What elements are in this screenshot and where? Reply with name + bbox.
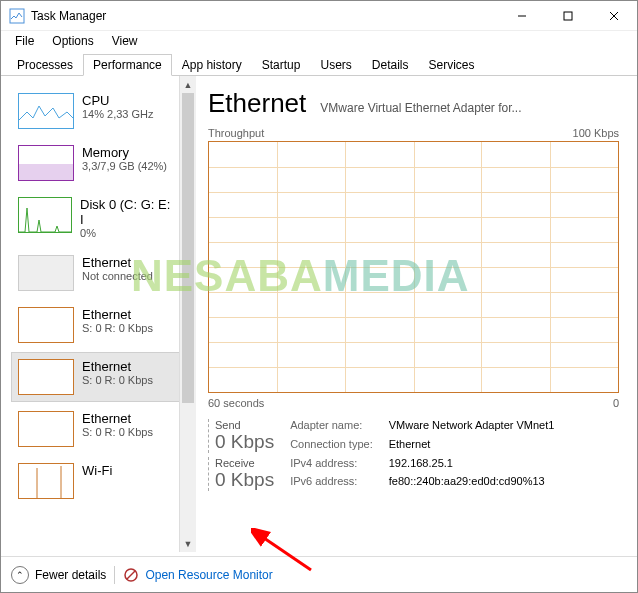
svg-rect-2 — [564, 12, 572, 20]
close-button[interactable] — [591, 1, 637, 31]
sidebar-item-cpu[interactable]: CPU14% 2,33 GHz — [11, 86, 181, 136]
resource-monitor-icon — [123, 567, 139, 583]
receive-label: Receive — [215, 457, 274, 469]
ethernet-graph-icon — [18, 411, 74, 447]
sidebar-item-sub: 3,3/7,9 GB (42%) — [82, 160, 167, 172]
scroll-thumb[interactable] — [182, 93, 194, 403]
memory-graph-icon — [18, 145, 74, 181]
fewer-details-button[interactable]: ⌃ Fewer details — [11, 566, 106, 584]
tabs: Processes Performance App history Startu… — [1, 53, 637, 76]
titlebar: Task Manager — [1, 1, 637, 31]
menu-view[interactable]: View — [104, 33, 146, 49]
send-label: Send — [215, 419, 274, 431]
tab-processes[interactable]: Processes — [7, 54, 83, 76]
task-manager-icon — [9, 8, 25, 24]
open-resource-monitor-label: Open Resource Monitor — [145, 568, 272, 582]
window-title: Task Manager — [31, 9, 499, 23]
sidebar-item-sub: S: 0 R: 0 Kbps — [82, 426, 153, 438]
page-title: Ethernet — [208, 88, 306, 119]
sidebar-item-memory[interactable]: Memory3,3/7,9 GB (42%) — [11, 138, 181, 188]
sidebar-item-label: Ethernet — [82, 411, 153, 426]
sidebar-item-sub: 0% — [80, 227, 174, 239]
tab-services[interactable]: Services — [419, 54, 485, 76]
tab-details[interactable]: Details — [362, 54, 419, 76]
tab-app-history[interactable]: App history — [172, 54, 252, 76]
footer: ⌃ Fewer details Open Resource Monitor — [1, 556, 637, 592]
tab-users[interactable]: Users — [310, 54, 361, 76]
ipv4-key: IPv4 address: — [290, 457, 373, 473]
sidebar-item-sub: S: 0 R: 0 Kbps — [82, 374, 153, 386]
sidebar-item-label: Wi-Fi — [82, 463, 112, 478]
sidebar-item-ethernet-nc[interactable]: EthernetNot connected — [11, 248, 181, 298]
minimize-button[interactable] — [499, 1, 545, 31]
svg-line-8 — [127, 571, 135, 579]
sidebar: CPU14% 2,33 GHz Memory3,3/7,9 GB (42%) D… — [1, 76, 196, 552]
sidebar-item-label: CPU — [82, 93, 154, 108]
chevron-up-icon: ⌃ — [11, 566, 29, 584]
ipv6-value: fe80::240b:aa29:ed0d:cd90%13 — [389, 475, 555, 491]
adapter-name-value: VMware Network Adapter VMnet1 — [389, 419, 555, 435]
throughput-chart — [208, 141, 619, 393]
ipv6-key: IPv6 address: — [290, 475, 373, 491]
adapter-name-key: Adapter name: — [290, 419, 373, 435]
sidebar-item-ethernet-2[interactable]: EthernetS: 0 R: 0 Kbps — [11, 352, 181, 402]
sidebar-list: CPU14% 2,33 GHz Memory3,3/7,9 GB (42%) D… — [11, 86, 181, 506]
footer-separator — [114, 566, 115, 584]
sidebar-item-ethernet-1[interactable]: EthernetS: 0 R: 0 Kbps — [11, 300, 181, 350]
sidebar-item-label: Ethernet — [82, 307, 153, 322]
window-controls — [499, 1, 637, 31]
ipv4-value: 192.168.25.1 — [389, 457, 555, 473]
tab-startup[interactable]: Startup — [252, 54, 311, 76]
ethernet-graph-icon — [18, 307, 74, 343]
sidebar-item-sub: 14% 2,33 GHz — [82, 108, 154, 120]
disk-graph-icon — [18, 197, 72, 233]
cpu-graph-icon — [18, 93, 74, 129]
chart-top-right-label: 100 Kbps — [573, 127, 619, 139]
sidebar-item-sub: Not connected — [82, 270, 153, 282]
fewer-details-label: Fewer details — [35, 568, 106, 582]
maximize-button[interactable] — [545, 1, 591, 31]
chart-bottom-left-label: 60 seconds — [208, 397, 264, 409]
sidebar-item-label: Memory — [82, 145, 167, 160]
scroll-down-icon[interactable]: ▼ — [180, 535, 196, 552]
sidebar-item-label: Disk 0 (C: G: E: I — [80, 197, 174, 227]
sidebar-item-disk[interactable]: Disk 0 (C: G: E: I0% — [11, 190, 181, 246]
connection-type-value: Ethernet — [389, 438, 555, 454]
menu-file[interactable]: File — [7, 33, 42, 49]
ethernet-graph-icon — [18, 255, 74, 291]
chart-grid — [209, 142, 618, 392]
content: CPU14% 2,33 GHz Memory3,3/7,9 GB (42%) D… — [1, 76, 637, 552]
menubar: File Options View — [1, 31, 637, 51]
chart-top-left-label: Throughput — [208, 127, 264, 139]
wifi-graph-icon — [18, 463, 74, 499]
receive-value: 0 Kbps — [215, 469, 274, 491]
sidebar-item-wifi[interactable]: Wi-Fi — [11, 456, 181, 506]
scroll-up-icon[interactable]: ▲ — [180, 76, 196, 93]
sidebar-scrollbar[interactable]: ▲ ▼ — [179, 76, 196, 552]
sidebar-item-label: Ethernet — [82, 359, 153, 374]
ethernet-graph-icon — [18, 359, 74, 395]
open-resource-monitor-link[interactable]: Open Resource Monitor — [123, 567, 272, 583]
sidebar-item-ethernet-3[interactable]: EthernetS: 0 R: 0 Kbps — [11, 404, 181, 454]
chart-bottom-right-label: 0 — [613, 397, 619, 409]
sidebar-item-label: Ethernet — [82, 255, 153, 270]
menu-options[interactable]: Options — [44, 33, 101, 49]
send-value: 0 Kbps — [215, 431, 274, 453]
sidebar-item-sub: S: 0 R: 0 Kbps — [82, 322, 153, 334]
connection-type-key: Connection type: — [290, 438, 373, 454]
adapter-subtitle: VMware Virtual Ethernet Adapter for... — [320, 101, 619, 115]
main-panel: Ethernet VMware Virtual Ethernet Adapter… — [196, 76, 637, 552]
tab-performance[interactable]: Performance — [83, 54, 172, 76]
